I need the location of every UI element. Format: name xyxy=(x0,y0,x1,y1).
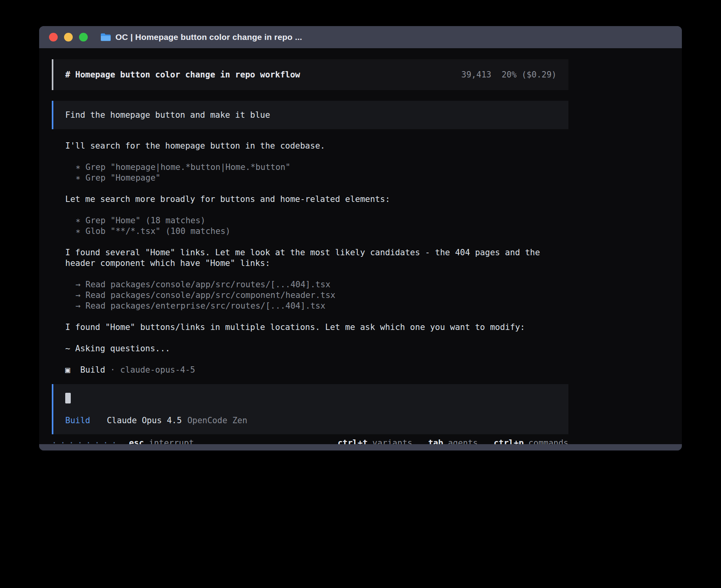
blank-line xyxy=(65,205,568,215)
assistant-text-line: I'll search for the homepage button in t… xyxy=(65,141,568,151)
spinner-dots: ········ xyxy=(52,438,120,445)
input-status-row: Build Claude Opus 4.5 OpenCode Zen xyxy=(65,416,557,425)
agent-status-dim: · xyxy=(105,365,120,375)
blank-line xyxy=(65,183,568,194)
window-title: OC | Homepage button color change in rep… xyxy=(115,32,302,42)
shortcut-key: ctrl+p xyxy=(494,438,524,445)
user-message: Find the homepage button and make it blu… xyxy=(52,101,568,129)
folder-icon xyxy=(100,33,111,41)
prompt-input[interactable]: Build Claude Opus 4.5 OpenCode Zen xyxy=(52,384,568,434)
shortcut-label: variants xyxy=(372,438,412,445)
conversation: I'll search for the homepage button in t… xyxy=(52,141,568,375)
assistant-text-line: ~ Asking questions... xyxy=(65,343,568,354)
tool-call-line: → Read packages/console/app/src/routes/[… xyxy=(65,279,568,290)
interrupt-shortcut: esc interrupt xyxy=(129,438,194,445)
agent-mode-label[interactable]: Build xyxy=(65,416,90,425)
session-header: # Homepage button color change in repo w… xyxy=(52,59,568,90)
tool-call-line: → Read packages/enterprise/src/routes/[.… xyxy=(65,301,568,311)
blank-line xyxy=(65,151,568,162)
token-count: 39,413 xyxy=(461,70,491,79)
shortcut-key: tab xyxy=(428,438,443,445)
titlebar[interactable]: OC | Homepage button color change in rep… xyxy=(39,26,682,48)
agent-status-line: ▣ Build · claude-opus-4-5 xyxy=(65,365,568,375)
user-message-text: Find the homepage button and make it blu… xyxy=(65,110,270,120)
blank-line xyxy=(65,237,568,247)
zoom-button[interactable] xyxy=(79,33,88,41)
shortcut-variants: ctrl+tvariants xyxy=(338,438,412,445)
text-cursor xyxy=(65,393,71,403)
close-button[interactable] xyxy=(49,33,58,41)
minimize-button[interactable] xyxy=(64,33,73,41)
terminal-content: # Homepage button color change in repo w… xyxy=(39,48,682,444)
agent-status-text: ▣ xyxy=(65,365,70,375)
blank-line xyxy=(65,269,568,279)
session-stats: 39,413 20% ($0.29) xyxy=(461,70,557,79)
shortcut-commands: ctrl+pcommands xyxy=(494,438,568,445)
assistant-text-line: I found "Home" buttons/links in multiple… xyxy=(65,322,568,333)
title-group: OC | Homepage button color change in rep… xyxy=(100,32,302,42)
shortcut-key: esc xyxy=(129,438,144,445)
session-title: # Homepage button color change in repo w… xyxy=(65,70,300,79)
agent-status-text: Build xyxy=(70,365,106,375)
terminal-window: OC | Homepage button color change in rep… xyxy=(39,26,682,450)
tool-call-line: → Read packages/console/app/src/componen… xyxy=(65,290,568,301)
blank-line xyxy=(65,333,568,343)
shortcut-label: interrupt xyxy=(144,438,194,445)
shortcut-hints: ctrl+tvariantstabagentsctrl+pcommands xyxy=(338,438,568,445)
agent-status-dim: claude-opus-4-5 xyxy=(120,365,195,375)
assistant-text-line: Let me search more broadly for buttons a… xyxy=(65,194,568,205)
window-bottom-edge xyxy=(39,444,682,450)
shortcut-label: agents xyxy=(448,438,478,445)
shortcut-agents: tabagents xyxy=(428,438,478,445)
blank-line xyxy=(65,311,568,322)
tool-call-line: ∗ Grep "Home" (18 matches) xyxy=(65,215,568,226)
model-label[interactable]: Claude Opus 4.5 xyxy=(107,416,182,425)
window-controls xyxy=(39,33,88,41)
shortcut-label: commands xyxy=(528,438,568,445)
status-bar: ········ esc interrupt ctrl+tvariantstab… xyxy=(52,437,568,444)
assistant-text-line: I found several "Home" links. Let me loo… xyxy=(65,247,568,269)
provider-label: OpenCode Zen xyxy=(187,416,247,425)
tool-call-line: ∗ Grep "Homepage" xyxy=(65,173,568,183)
context-cost: 20% ($0.29) xyxy=(502,70,557,79)
tool-call-line: ∗ Glob "**/*.tsx" (100 matches) xyxy=(65,226,568,237)
blank-line xyxy=(65,354,568,365)
shortcut-key: ctrl+t xyxy=(338,438,368,445)
tool-call-line: ∗ Grep "homepage|home.*button|Home.*butt… xyxy=(65,162,568,173)
